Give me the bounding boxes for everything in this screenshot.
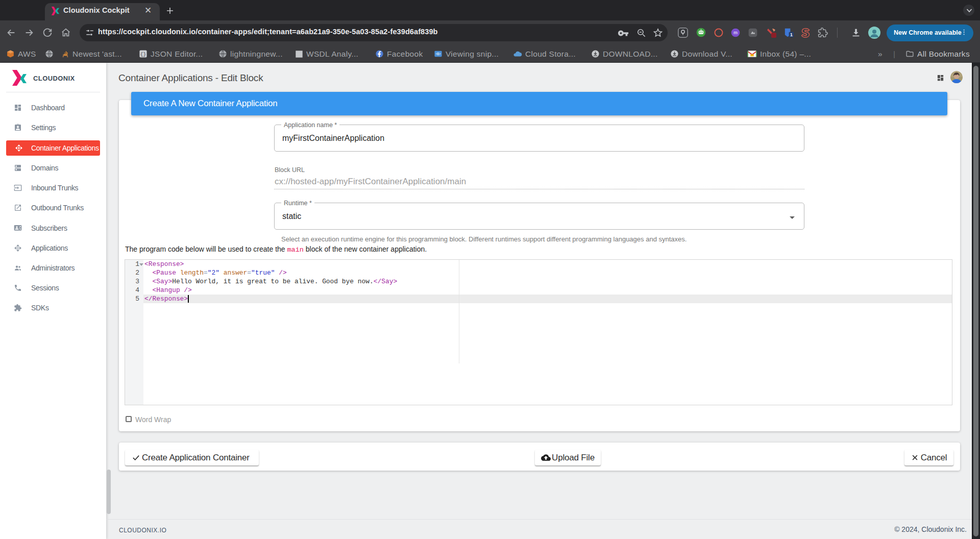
svg-text:1: 1 (790, 32, 793, 37)
svg-text:{}: {} (140, 52, 146, 57)
svg-text:‹B›: ‹B› (435, 52, 441, 56)
svg-text:m: m (733, 30, 738, 35)
